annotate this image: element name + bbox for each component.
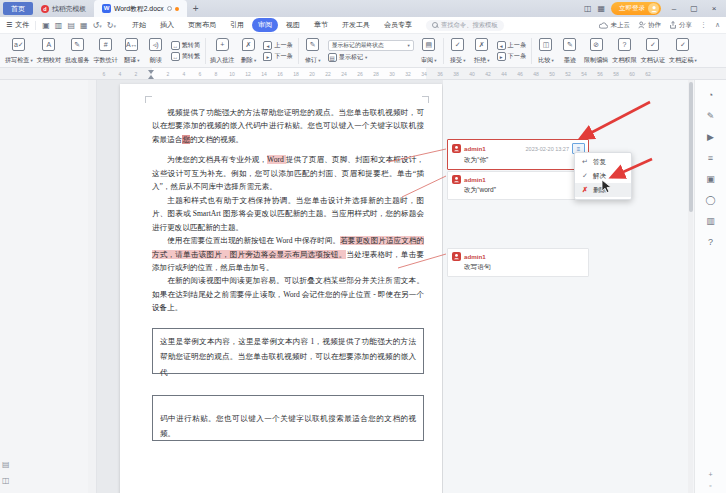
ribbon-button-simp-to-trad[interactable]: ↔简转繁 bbox=[171, 52, 200, 61]
ribbon-button-prev-comment[interactable]: ◂上一条 bbox=[263, 41, 292, 50]
page-nav-icon[interactable]: ▫ bbox=[709, 482, 711, 489]
menu-tab-插入[interactable]: 插入 bbox=[154, 18, 180, 32]
select-cursor-icon[interactable]: ▶ bbox=[707, 132, 714, 142]
menu-tab-视图[interactable]: 视图 bbox=[280, 18, 306, 32]
split-view-icon[interactable]: ◫ bbox=[584, 4, 592, 13]
ruler-number: 38 bbox=[453, 71, 459, 77]
ribbon-button-translate[interactable]: A↔翻译▾ bbox=[120, 36, 144, 66]
nav-pane-toggle-icon[interactable]: ▤ bbox=[2, 460, 10, 469]
vertical-scrollbar[interactable] bbox=[688, 80, 693, 493]
document-tab[interactable]: W Word教程2.docx bbox=[94, 0, 187, 17]
text-box[interactable]: 这里是举例文本内容，这里是举例文本内容 1，视频提供了功能强大的方法帮助您证明您… bbox=[152, 328, 424, 374]
ribbon-button-correction-service[interactable]: ✎批改服务 bbox=[63, 36, 91, 66]
context-menu-item-reply[interactable]: ↵答复 bbox=[575, 155, 631, 169]
ribbon-button-doc-permission[interactable]: ?文档权限 bbox=[610, 36, 638, 66]
minimize-button[interactable]: – bbox=[667, 4, 681, 13]
horizontal-ruler[interactable]: 6422468101214161820222426283032343638404… bbox=[0, 68, 726, 80]
ribbon-button-next-change[interactable]: ▸下一条 bbox=[497, 52, 526, 61]
save-icon[interactable]: ▣ bbox=[42, 21, 50, 30]
outline-pane-toggle-icon[interactable]: ◫ bbox=[2, 476, 10, 485]
maximize-button[interactable]: ▢ bbox=[687, 4, 701, 13]
document-workspace: 视频提供了功能强大的方法帮助您证明您的观点。当您单击联机视频时，可以在想要添加的… bbox=[0, 80, 726, 493]
ribbon-button-accept-change[interactable]: ✓接受▾ bbox=[446, 36, 470, 66]
collaborate-button[interactable]: 协作 bbox=[638, 21, 661, 30]
new-tab-button[interactable]: + bbox=[193, 3, 199, 14]
workspace-grid-icon[interactable]: ▦ bbox=[597, 4, 605, 13]
ribbon-button-doc-finalize[interactable]: ✓文档定稿▾ bbox=[667, 36, 699, 66]
scrollbar-thumb[interactable] bbox=[689, 82, 693, 212]
comment-card[interactable]: admin1改写语句 bbox=[447, 248, 589, 277]
ruler-number: 2 bbox=[135, 71, 138, 77]
text-box[interactable]: 码中进行粘贴。您也可以键入一个关键字以联机搜索最适合您的文档的视频。 bbox=[152, 395, 424, 441]
show-markup-icon: ▤ bbox=[328, 53, 337, 62]
collapse-ribbon-icon[interactable]: ∧ bbox=[715, 21, 720, 29]
unsaved-dot-icon bbox=[175, 7, 179, 11]
reader-book-icon[interactable]: ▥ bbox=[706, 216, 715, 226]
resolve-icon: ✓ bbox=[581, 172, 589, 180]
menu-tab-会员专享[interactable]: 会员专享 bbox=[378, 18, 418, 32]
document-text[interactable]: 视频提供了功能强大的方法帮助您证明您的观点。当您单击联机视频时，可以在想要添加的… bbox=[152, 106, 424, 441]
fit-page-icon[interactable]: + bbox=[708, 471, 712, 478]
ribbon-button-reject-change[interactable]: ✗拒绝▾ bbox=[470, 36, 494, 66]
contact-circle-icon[interactable]: ◯ bbox=[705, 195, 715, 205]
ribbon-button-compare[interactable]: ◫比较▾ bbox=[534, 36, 558, 66]
ribbon-button-trad-to-simp[interactable]: ↔繁转简 bbox=[171, 41, 200, 50]
comment-card[interactable]: admin12023-02-20 13:27≡改为“你” bbox=[447, 139, 589, 170]
ribbon-button-show-markup[interactable]: ▤显示标记▾ bbox=[328, 53, 414, 62]
reply-icon: ↵ bbox=[581, 158, 589, 166]
undo-icon[interactable]: ↺▾ bbox=[93, 21, 102, 30]
print-preview-icon[interactable]: ▦ bbox=[80, 21, 88, 30]
menu-tab-审阅[interactable]: 审阅 bbox=[252, 18, 278, 32]
ribbon-button-word-count[interactable]: #字数统计 bbox=[91, 36, 119, 66]
more-options-icon[interactable]: ⋮ bbox=[700, 21, 707, 29]
ruler-number: 48 bbox=[533, 71, 539, 77]
skin-settings-icon[interactable]: ◔ bbox=[708, 90, 713, 100]
adjust-sliders-icon[interactable]: ≡ bbox=[708, 153, 713, 163]
menu-tab-页面布局[interactable]: 页面布局 bbox=[182, 18, 222, 32]
export-icon[interactable]: ▥ bbox=[55, 21, 63, 30]
ruler-number: 54 bbox=[581, 71, 587, 77]
screenshot-icon[interactable]: ▣ bbox=[706, 174, 715, 184]
help-icon[interactable]: ? bbox=[708, 237, 713, 247]
cloud-status[interactable]: 未上云 bbox=[599, 21, 630, 30]
vertical-ruler[interactable] bbox=[88, 80, 97, 493]
ribbon-button-read-aloud[interactable]: ◃)朗读 bbox=[144, 36, 168, 66]
close-button[interactable]: × bbox=[707, 4, 721, 13]
ruler-number: 62 bbox=[645, 71, 651, 77]
ruler-number: 18 bbox=[293, 71, 299, 77]
share-button[interactable]: 分享 bbox=[669, 21, 692, 30]
command-search[interactable]: 查找命令、搜索模板 bbox=[426, 20, 504, 31]
docer-template-tab[interactable]: d 找稻壳模板 bbox=[33, 0, 94, 17]
print-icon[interactable]: ▤ bbox=[67, 21, 75, 30]
menu-tab-引用[interactable]: 引用 bbox=[224, 18, 250, 32]
ruler-number: 46 bbox=[517, 71, 523, 77]
ruler-number: 10 bbox=[229, 71, 235, 77]
file-menu[interactable]: ☰ 文件 bbox=[0, 20, 35, 30]
menu-tab-章节[interactable]: 章节 bbox=[308, 18, 334, 32]
margin-mark-left bbox=[145, 96, 152, 103]
redo-icon[interactable]: ↻▾ bbox=[107, 21, 116, 30]
ribbon-button-next-comment[interactable]: ▸下一条 bbox=[263, 52, 292, 61]
ribbon-button-spellcheck[interactable]: a✓拼写检查▾ bbox=[3, 36, 35, 66]
word-doc-icon: W bbox=[102, 4, 111, 13]
document-page[interactable]: 视频提供了功能强大的方法帮助您证明您的观点。当您单击联机视频时，可以在想要添加的… bbox=[120, 84, 442, 493]
ribbon-button-doc-proofing[interactable]: A文档校对 bbox=[35, 36, 63, 66]
menu-tab-开始[interactable]: 开始 bbox=[126, 18, 152, 32]
ribbon-button-insert-comment[interactable]: +插入批注 bbox=[208, 36, 236, 66]
ribbon-button-ink[interactable]: ✎墨迹 bbox=[558, 36, 582, 66]
comment-card[interactable]: admin1改为“word” bbox=[447, 171, 589, 200]
ribbon-button-track-changes[interactable]: ✎修订▾ bbox=[301, 36, 325, 66]
markup-state-dropdown[interactable]: 显示标记的最终状态▾ bbox=[328, 40, 414, 51]
home-tab[interactable]: 首页 bbox=[3, 2, 33, 15]
delete-comment-icon: ✗ bbox=[242, 38, 255, 51]
login-button[interactable]: 立即登录 bbox=[611, 2, 661, 15]
menu-tab-开发工具[interactable]: 开发工具 bbox=[336, 18, 376, 32]
ribbon-button-prev-change[interactable]: ◂上一条 bbox=[497, 41, 526, 50]
ribbon-button-review-pane[interactable]: ▤审阅▾ bbox=[417, 36, 441, 66]
ribbon-button-doc-authentication[interactable]: ✓文档认证 bbox=[639, 36, 667, 66]
ruler-number: 2 bbox=[167, 71, 170, 77]
ribbon-button-delete-comment[interactable]: ✗删除▾ bbox=[236, 36, 260, 66]
indent-marker[interactable] bbox=[148, 70, 154, 74]
ribbon-button-restrict-editing[interactable]: ⊘限制编辑 bbox=[582, 36, 610, 66]
edit-pen-icon[interactable]: ✎ bbox=[707, 111, 715, 121]
